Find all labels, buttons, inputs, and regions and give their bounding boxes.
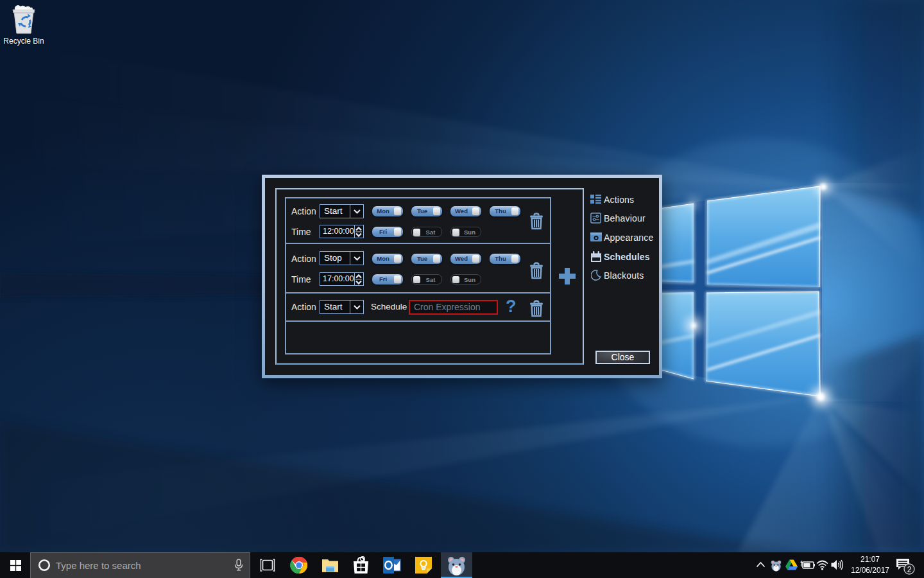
svg-text:2: 2 <box>907 565 912 574</box>
